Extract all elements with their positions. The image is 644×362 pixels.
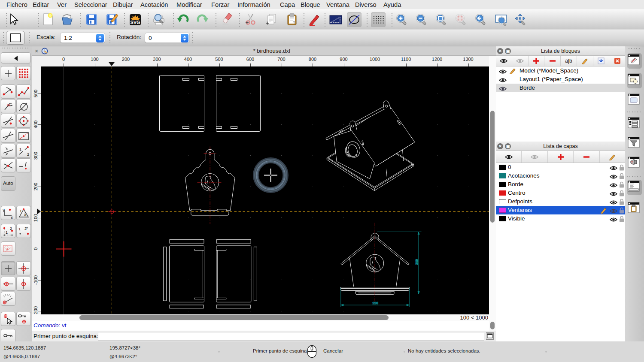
- svg-text:209: 209: [415, 259, 419, 265]
- svg-text:1: 1: [18, 227, 21, 231]
- svg-text:220: 220: [373, 301, 379, 305]
- svg-text:1: 1: [6, 230, 8, 235]
- svg-text:2: 2: [10, 226, 12, 231]
- svg-text:SVG: SVG: [130, 20, 140, 25]
- svg-text:1: 1: [19, 147, 21, 151]
- svg-text:2: 2: [27, 152, 29, 157]
- svg-text:2: 2: [24, 226, 27, 231]
- svg-text:x: x: [11, 215, 13, 220]
- svg-text:y: y: [3, 208, 5, 212]
- svg-text:a: a: [24, 212, 27, 217]
